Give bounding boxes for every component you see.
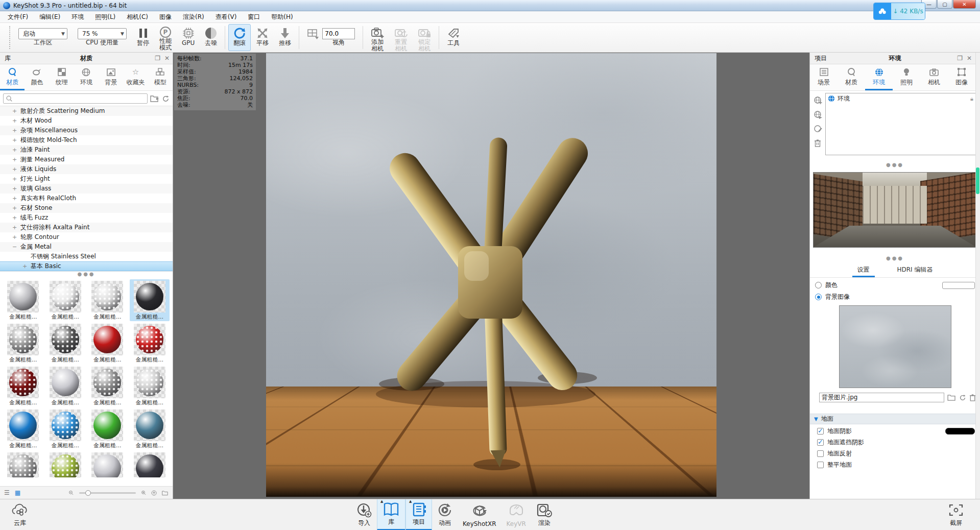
duplicate-environment-icon[interactable]: [814, 110, 822, 119]
tree-item[interactable]: +灯光 Light: [0, 174, 173, 184]
tools-button[interactable]: 工具: [442, 24, 465, 51]
menu-window[interactable]: 窗口: [242, 11, 266, 23]
ground-occlusion-checkbox[interactable]: [817, 439, 824, 446]
expander[interactable]: +: [12, 166, 20, 173]
render-view[interactable]: [266, 53, 716, 497]
material-thumbnail[interactable]: 金属粗糙...: [3, 279, 43, 321]
tab-material[interactable]: 材质: [838, 64, 865, 90]
tree-item[interactable]: +石材 Stone: [0, 203, 173, 213]
search-box[interactable]: [3, 93, 148, 104]
expander[interactable]: +: [12, 108, 20, 114]
subtab-settings[interactable]: 设置: [852, 263, 875, 277]
expander[interactable]: −: [12, 244, 20, 250]
close-panel-icon[interactable]: ✕: [967, 55, 972, 62]
workspace-select[interactable]: 启动▼: [18, 28, 67, 39]
tree-item[interactable]: +绒毛 Fuzz: [0, 213, 173, 223]
tree-item[interactable]: +油漆 Paint: [0, 145, 173, 155]
pan-tool-button[interactable]: 平移: [252, 24, 273, 51]
material-thumbnail[interactable]: 金属粗糙...: [45, 322, 86, 364]
tree-item[interactable]: +真实布料 RealCloth: [0, 194, 173, 203]
lock-icon[interactable]: 🔒︎: [970, 95, 973, 102]
dock-keyvr[interactable]: KeyVR: [501, 499, 531, 530]
upload-material-icon[interactable]: [151, 489, 157, 497]
close-panel-icon[interactable]: ✕: [164, 55, 170, 62]
search-input[interactable]: [13, 95, 145, 102]
thumbnail-size-slider[interactable]: [79, 492, 136, 494]
tab-environment[interactable]: 环境: [865, 64, 893, 90]
material-thumbnail[interactable]: 金属粗糙...: [130, 322, 170, 364]
background-color-swatch[interactable]: [942, 282, 975, 289]
menu-file[interactable]: 文件(F): [2, 11, 34, 23]
browse-folder-icon[interactable]: [947, 394, 956, 401]
dock-animation[interactable]: 动画: [432, 499, 458, 530]
tree-item[interactable]: +木材 Wood: [0, 116, 173, 126]
subtab-hdri-editor[interactable]: HDRI 编辑器: [892, 263, 938, 277]
grid-view-icon[interactable]: ▦: [15, 489, 20, 496]
material-thumbnail[interactable]: 金属粗糙...: [87, 279, 128, 321]
dock-import[interactable]: 导入: [351, 499, 377, 530]
tree-item[interactable]: +轮廓 Contour: [0, 232, 173, 242]
float-panel-icon[interactable]: ❐: [957, 55, 963, 62]
cpu-usage-select[interactable]: 75 %▼: [78, 28, 127, 39]
tab-colors[interactable]: 颜色: [25, 64, 49, 90]
performance-mode-button[interactable]: P 性能 模式: [155, 24, 176, 51]
lock-camera-button[interactable]: 锁定 相机: [413, 24, 436, 51]
expander[interactable]: +: [12, 195, 20, 202]
material-thumbnail[interactable]: 金属粗糙...: [130, 279, 170, 321]
menu-lighting[interactable]: 照明(L): [89, 11, 121, 23]
background-image-radio[interactable]: [815, 294, 822, 300]
material-thumbnail[interactable]: 金属粗糙...: [130, 365, 170, 407]
ground-shadows-checkbox[interactable]: [817, 428, 824, 435]
tab-image[interactable]: 图像: [948, 64, 975, 90]
expander[interactable]: +: [12, 147, 20, 153]
zoom-in-icon[interactable]: [141, 489, 146, 496]
dock-cloud-library[interactable]: 云库: [6, 499, 34, 530]
scrollbar-thumb[interactable]: [976, 167, 979, 194]
realtime-viewport[interactable]: 每秒帧数:37.1 时间:15m 17s 采样值:1984 三角形:124,05…: [173, 53, 809, 499]
cloud-download-badge[interactable]: ↓ 42 KB/s: [873, 3, 925, 20]
refresh-icon[interactable]: [959, 394, 966, 401]
material-thumbnail[interactable]: 金属粗糙...: [130, 408, 170, 450]
expander[interactable]: +: [12, 176, 20, 182]
denoise-button[interactable]: 去噪: [200, 24, 222, 51]
tab-backplates[interactable]: 背景: [99, 64, 123, 90]
expander[interactable]: +: [22, 263, 31, 270]
material-thumbnail[interactable]: 金属粗糙...: [87, 451, 128, 477]
gpu-button[interactable]: GPU: [177, 24, 199, 51]
tree-item[interactable]: +模德蚀纹 Mold-Tech: [0, 135, 173, 145]
tree-item[interactable]: +测量 Measured: [0, 155, 173, 164]
menu-help[interactable]: 帮助(H): [266, 11, 298, 23]
tab-environments[interactable]: 环境: [74, 64, 99, 90]
expander[interactable]: +: [12, 156, 20, 163]
dolly-tool-button[interactable]: 推移: [274, 24, 296, 51]
tab-models[interactable]: 模型: [148, 64, 173, 90]
background-image-preview[interactable]: [839, 305, 951, 388]
dock-render[interactable]: 渲染: [531, 499, 558, 530]
material-thumbnail[interactable]: 金属粗糙...: [87, 365, 128, 407]
dock-keyshotxr[interactable]: KeyShotXR: [458, 499, 501, 530]
folder-icon[interactable]: [162, 490, 169, 496]
tree-item[interactable]: −金属 Metal: [0, 242, 173, 252]
material-thumbnail[interactable]: 金属粗糙...: [3, 365, 43, 407]
menu-view[interactable]: 查看(V): [210, 11, 243, 23]
tree-item[interactable]: +液体 Liquids: [0, 164, 173, 174]
expander[interactable]: +: [12, 224, 20, 231]
trash-icon[interactable]: [814, 139, 821, 147]
dock-screenshot[interactable]: 截屏: [943, 499, 969, 530]
material-thumbnail[interactable]: 金属粗糙...: [45, 408, 86, 450]
color-radio[interactable]: [815, 282, 822, 288]
ground-reflection-checkbox[interactable]: [817, 450, 824, 457]
close-button[interactable]: ✕: [953, 0, 976, 9]
tree-item[interactable]: +杂项 Miscellaneous: [0, 126, 173, 135]
menu-image[interactable]: 图像: [154, 11, 177, 23]
expander[interactable]: +: [12, 117, 20, 124]
menu-environment[interactable]: 环境: [66, 11, 89, 23]
expander[interactable]: +: [12, 234, 20, 240]
tab-favorites[interactable]: ☆ 收藏夹: [123, 64, 148, 90]
reset-camera-button[interactable]: 重置 相机: [390, 24, 412, 51]
material-thumbnail[interactable]: 金属粗糙...: [130, 451, 170, 477]
expander[interactable]: +: [12, 205, 20, 211]
tree-item[interactable]: 不锈钢 Stainless Steel: [0, 252, 173, 261]
fov-input[interactable]: [322, 28, 355, 39]
tumble-tool-button[interactable]: 翻滚: [228, 24, 251, 51]
